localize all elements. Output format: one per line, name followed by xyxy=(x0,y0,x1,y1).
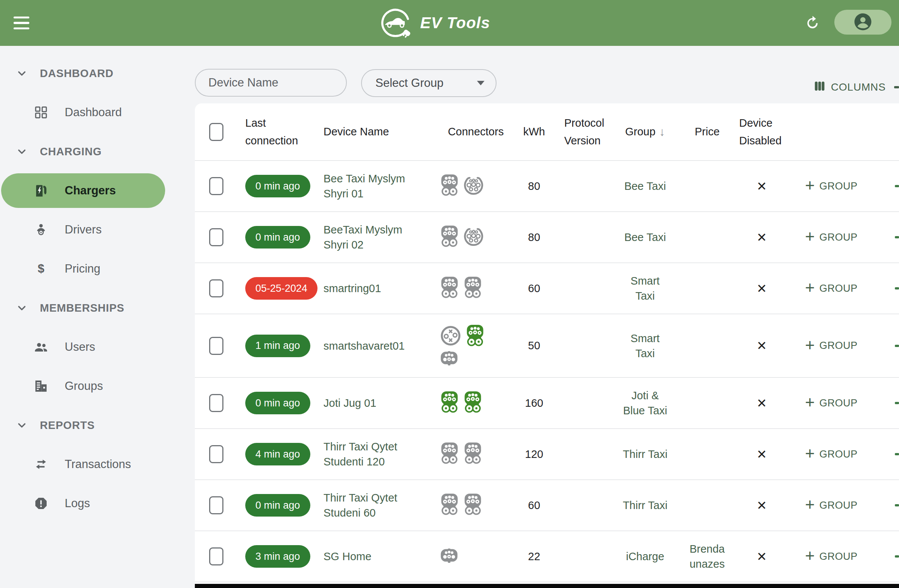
sidebar-item-groups[interactable]: Groups xyxy=(0,367,195,406)
connector-type2-compact-icon xyxy=(440,351,458,367)
group-select[interactable]: Select Group xyxy=(361,69,496,97)
sidebar-item-label: Transactions xyxy=(65,458,131,471)
sidebar-section-label: MEMBERSHIPS xyxy=(40,302,125,314)
column-header-kwh[interactable]: kWh xyxy=(511,103,557,160)
column-header-device-name[interactable]: Device Name xyxy=(323,103,436,160)
add-group-button[interactable]: +GROUP xyxy=(805,181,857,192)
device-name-link[interactable]: Thirr Taxi Qytet Studenti 120 xyxy=(323,439,421,469)
cutoff-row-action[interactable] xyxy=(895,345,899,347)
svg-text:$: $ xyxy=(38,262,45,275)
row-checkbox[interactable] xyxy=(209,445,224,463)
row-checkbox[interactable] xyxy=(209,228,224,246)
connectors xyxy=(440,494,490,517)
account-button[interactable] xyxy=(834,10,891,35)
add-group-button[interactable]: +GROUP xyxy=(805,551,857,562)
cutoff-row-action[interactable] xyxy=(895,453,899,455)
sidebar-item-label: Pricing xyxy=(65,262,100,276)
sidebar-item-label: Dashboard xyxy=(65,106,122,119)
connector-ccs2-icon xyxy=(466,325,485,348)
sidebar-item-pricing[interactable]: $Pricing xyxy=(0,249,195,289)
brand: EV Tools xyxy=(378,0,490,46)
building-icon xyxy=(32,378,49,394)
sidebar-section-dashboard[interactable]: DASHBOARD xyxy=(0,54,195,93)
column-header-protocol-version[interactable]: Protocol Version xyxy=(557,103,613,160)
add-group-label: GROUP xyxy=(819,283,857,294)
add-group-button[interactable]: +GROUP xyxy=(805,397,857,409)
add-group-button[interactable]: +GROUP xyxy=(805,500,857,511)
column-header-price[interactable]: Price xyxy=(677,103,737,160)
group-select-label: Select Group xyxy=(375,76,477,90)
cutoff-row-action[interactable] xyxy=(895,236,899,238)
device-name-link[interactable]: BeeTaxi Myslym Shyri 02 xyxy=(323,222,421,252)
sidebar-item-label: Logs xyxy=(65,497,90,510)
add-group-button[interactable]: +GROUP xyxy=(805,231,857,243)
sidebar-item-logs[interactable]: Logs xyxy=(0,484,195,523)
sidebar-item-users[interactable]: Users xyxy=(0,327,195,367)
connector-ccs2-icon xyxy=(440,494,459,517)
add-group-label: GROUP xyxy=(819,231,857,243)
connector-ccs2-icon xyxy=(463,443,482,466)
row-checkbox[interactable] xyxy=(209,547,224,565)
add-group-button[interactable]: +GROUP xyxy=(805,283,857,294)
device-name-link[interactable]: Joti Jug 01 xyxy=(323,395,421,411)
device-disabled-mark: ✕ xyxy=(757,549,767,564)
connector-type2-icon xyxy=(463,226,484,248)
sidebar-item-dashboard[interactable]: Dashboard xyxy=(0,93,195,132)
cutoff-row-action[interactable] xyxy=(895,555,899,557)
cutoff-row-action[interactable] xyxy=(895,504,899,506)
select-all-checkbox[interactable] xyxy=(209,123,224,141)
sidebar-item-transactions[interactable]: Transactions xyxy=(0,445,195,484)
device-name-link[interactable]: Bee Taxi Myslym Shyri 01 xyxy=(323,171,421,201)
connectors xyxy=(440,391,490,415)
refresh-icon xyxy=(804,14,821,33)
cutoff-row-action[interactable] xyxy=(895,287,899,290)
cutoff-row-action[interactable] xyxy=(895,185,899,187)
device-name-link[interactable]: Thirr Taxi Qytet Studeni 60 xyxy=(323,490,421,520)
column-header-connectors[interactable]: Connectors xyxy=(436,103,511,160)
cutoff-row-action[interactable] xyxy=(895,402,899,404)
kwh-value: 60 xyxy=(528,499,540,512)
row-checkbox[interactable] xyxy=(209,496,224,514)
table-row: 0 min agoThirr Taxi Qytet Studeni 60 60T… xyxy=(195,480,899,531)
dollar-icon: $ xyxy=(32,262,49,276)
sidebar-section-reports[interactable]: REPORTS xyxy=(0,406,195,445)
device-name-link[interactable]: SG Home xyxy=(323,549,421,564)
transactions-icon xyxy=(32,457,49,472)
connector-ccs2-icon xyxy=(463,391,482,415)
table-row: 0 min agoBee Taxi Myslym Shyri 01 80Bee … xyxy=(195,161,899,212)
refresh-button[interactable] xyxy=(802,13,823,34)
row-checkbox[interactable] xyxy=(209,337,224,355)
connector-ccs2-icon xyxy=(440,277,459,300)
price-value: Brenda unazes xyxy=(688,542,726,571)
sidebar-item-label: Groups xyxy=(65,379,103,393)
add-group-button[interactable]: +GROUP xyxy=(805,449,857,460)
row-checkbox[interactable] xyxy=(209,279,224,297)
menu-icon[interactable] xyxy=(14,15,30,31)
group-value: Bee Taxi xyxy=(621,179,669,194)
row-checkbox[interactable] xyxy=(209,177,224,195)
sidebar: DASHBOARDDashboardCHARGINGChargersDriver… xyxy=(0,46,195,588)
kwh-value: 50 xyxy=(528,340,540,352)
device-name-input[interactable] xyxy=(195,69,347,97)
add-group-button[interactable]: +GROUP xyxy=(805,340,857,352)
logs-icon xyxy=(32,496,49,511)
chargers-table: Last connectionDevice NameConnectorskWhP… xyxy=(195,103,899,584)
sidebar-section-charging[interactable]: CHARGING xyxy=(0,132,195,171)
device-name-link[interactable]: smartring01 xyxy=(323,281,421,296)
sidebar-section-memberships[interactable]: MEMBERSHIPS xyxy=(0,289,195,327)
sidebar-item-chargers[interactable]: Chargers xyxy=(0,171,195,210)
add-group-label: GROUP xyxy=(819,551,857,562)
header-cell-select xyxy=(195,103,241,160)
sidebar-item-drivers[interactable]: Drivers xyxy=(0,210,195,249)
column-header-last-connection[interactable]: Last connection xyxy=(241,103,323,160)
column-header-group[interactable]: Group ↓ xyxy=(613,103,677,160)
row-checkbox[interactable] xyxy=(209,394,224,412)
column-header-device-disabled[interactable]: Device Disabled xyxy=(737,103,786,160)
group-value: Smart Taxi xyxy=(621,331,669,361)
table-row: 0 min agoBeeTaxi Myslym Shyri 02 80Bee T… xyxy=(195,212,899,263)
cutoff-toolbar-button[interactable] xyxy=(894,86,899,88)
device-name-link[interactable]: smartshavaret01 xyxy=(323,338,421,353)
add-group-label: GROUP xyxy=(819,340,857,352)
last-connection-badge: 05-25-2024 xyxy=(245,277,317,299)
columns-button[interactable]: COLUMNS xyxy=(814,78,886,96)
